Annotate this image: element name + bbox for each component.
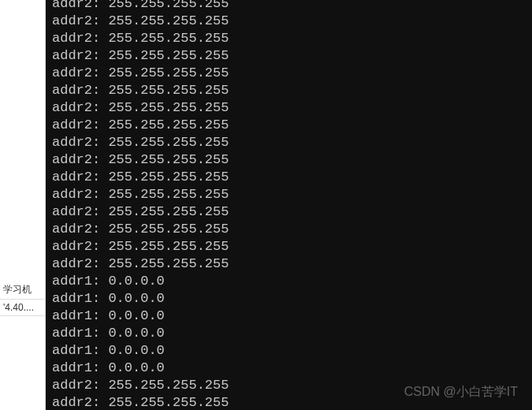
terminal-line: addr2: 255.255.255.255 bbox=[52, 30, 526, 47]
terminal-line: addr2: 255.255.255.255 bbox=[52, 65, 526, 82]
left-panel-item[interactable]: '4.40.... bbox=[0, 300, 45, 316]
terminal-line: addr2: 255.255.255.255 bbox=[52, 186, 526, 203]
terminal-line: addr2: 255.255.255.255 bbox=[52, 238, 526, 255]
terminal-line: addr2: 255.255.255.255 bbox=[52, 221, 526, 238]
terminal-line: addr2: 255.255.255.255 bbox=[52, 151, 526, 169]
terminal-line: addr1: 0.0.0.0 bbox=[52, 342, 526, 360]
terminal-line: addr2: 255.255.255.255 bbox=[52, 169, 526, 186]
left-panel-item[interactable]: 学习机 bbox=[0, 281, 45, 300]
terminal-line: addr1: 0.0.0.0 bbox=[52, 290, 526, 308]
terminal-line: addr2: 255.255.255.255 bbox=[52, 47, 526, 65]
terminal-line: addr2: 255.255.255.255 bbox=[52, 377, 526, 394]
terminal-line: addr2: 255.255.255.255 bbox=[52, 203, 526, 221]
terminal-line: addr2: 255.255.255.255 bbox=[52, 0, 526, 13]
terminal-output[interactable]: addr2: 255.255.255.255addr2: 255.255.255… bbox=[46, 0, 532, 410]
terminal-line: addr2: 255.255.255.255 bbox=[52, 394, 526, 410]
left-panel: 学习机 '4.40.... bbox=[0, 0, 46, 410]
terminal-line: addr2: 255.255.255.255 bbox=[52, 117, 526, 134]
terminal-line: addr2: 255.255.255.255 bbox=[52, 99, 526, 117]
terminal-line: addr2: 255.255.255.255 bbox=[52, 134, 526, 151]
terminal-line: addr2: 255.255.255.255 bbox=[52, 255, 526, 273]
terminal-line: addr2: 255.255.255.255 bbox=[52, 82, 526, 99]
terminal-line: addr2: 255.255.255.255 bbox=[52, 13, 526, 30]
terminal-line: addr1: 0.0.0.0 bbox=[52, 360, 526, 377]
terminal-line: addr1: 0.0.0.0 bbox=[52, 308, 526, 325]
terminal-line: addr1: 0.0.0.0 bbox=[52, 325, 526, 342]
terminal-line: addr1: 0.0.0.0 bbox=[52, 273, 526, 290]
